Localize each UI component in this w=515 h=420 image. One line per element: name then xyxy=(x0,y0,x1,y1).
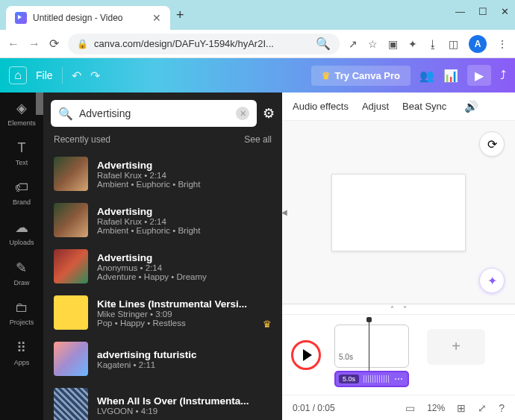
analytics-icon[interactable]: 📊 xyxy=(443,69,458,83)
share-upload-icon[interactable]: ⤴ xyxy=(500,69,506,82)
window-controls: — ☐ ✕ xyxy=(455,6,509,17)
grid-view-icon[interactable]: ⊞ xyxy=(457,402,466,414)
beat-sync-button[interactable]: Beat Sync xyxy=(402,101,446,112)
track-thumbnail xyxy=(54,342,88,376)
track-thumbnail xyxy=(54,203,88,237)
puzzle-icon[interactable]: ✦ xyxy=(408,38,417,50)
track-thumbnail xyxy=(54,249,88,283)
track-item[interactable]: When All Is Over (Instrumenta...LVGOON •… xyxy=(43,382,282,420)
avatar[interactable]: A xyxy=(469,35,487,53)
url-text: canva.com/design/DAFuY-1594k/hyAr2I... xyxy=(94,38,310,49)
audio-panel: 🔍 ✕ ⚙ Recently used See all AdvertisingR… xyxy=(43,93,282,420)
playhead[interactable] xyxy=(369,320,369,372)
filter-icon[interactable]: ⚙ xyxy=(263,105,275,122)
bottom-bar: 0:01 / 0:05 ▭ 12% ⊞ ⤢ ? xyxy=(282,395,515,420)
shapes-icon: ◈ xyxy=(16,100,27,116)
crown-icon: ♛ xyxy=(322,70,331,81)
file-menu[interactable]: File xyxy=(36,69,53,81)
video-slide[interactable] xyxy=(331,174,466,251)
fullscreen-icon[interactable]: ⤢ xyxy=(478,402,487,414)
brand-icon: 🏷 xyxy=(15,180,28,195)
chevron-up-icon[interactable]: ˄ xyxy=(390,305,394,313)
track-item[interactable]: advertising futuristicKagateni • 2:11 xyxy=(43,336,282,382)
extension-icon[interactable]: ▣ xyxy=(388,38,398,50)
see-all-link[interactable]: See all xyxy=(244,134,272,145)
zoom-level[interactable]: 12% xyxy=(427,403,445,413)
rail-text[interactable]: TText xyxy=(16,140,28,166)
refresh-fab[interactable]: ⟳ xyxy=(479,131,505,157)
home-icon[interactable]: ⌂ xyxy=(9,66,27,84)
track-item[interactable]: AdvertisingRafael Krux • 2:14Ambient • E… xyxy=(43,197,282,243)
add-clip-button[interactable]: + xyxy=(427,329,485,365)
timeline-ruler: ˄ ˅ xyxy=(282,304,515,314)
stage[interactable]: ◀ ⟳ ✦ xyxy=(282,121,515,304)
bookmark-icon[interactable]: ☆ xyxy=(368,38,378,50)
timeline-play-button[interactable] xyxy=(291,340,321,370)
menu-icon[interactable]: ⋮ xyxy=(497,38,508,50)
waveform xyxy=(363,375,390,383)
close-window-icon[interactable]: ✕ xyxy=(501,6,509,17)
clip-duration-label: 5.0s xyxy=(339,353,353,361)
pencil-icon: ✎ xyxy=(16,260,27,276)
rail-scrollbar[interactable] xyxy=(36,93,43,115)
present-button[interactable]: ▶ xyxy=(467,65,491,86)
try-canva-pro-button[interactable]: ♛ Try Canva Pro xyxy=(311,66,411,86)
magic-fab[interactable]: ✦ xyxy=(479,268,505,293)
rail-uploads[interactable]: ☁Uploads xyxy=(9,219,34,246)
speaker-icon[interactable]: 🔊 xyxy=(464,100,478,113)
tab-title: Untitled design - Video xyxy=(33,13,146,23)
zoom-icon[interactable]: 🔍 xyxy=(316,37,331,51)
folder-icon: 🗀 xyxy=(15,300,28,316)
stage-expand-handle[interactable]: ◀ xyxy=(281,203,288,222)
text-icon: T xyxy=(17,140,25,156)
audio-clip[interactable]: 5.0s ⋯ xyxy=(334,371,409,387)
share-icon[interactable]: ↗ xyxy=(349,38,358,50)
search-input[interactable] xyxy=(79,107,230,119)
rail-brand[interactable]: 🏷Brand xyxy=(13,180,31,206)
search-box[interactable]: 🔍 ✕ xyxy=(51,100,257,127)
reload-icon[interactable]: ⟳ xyxy=(49,37,59,51)
context-toolbar: Audio effects Adjust Beat Sync 🔊 xyxy=(282,93,515,121)
undo-icon[interactable]: ↶ xyxy=(72,69,81,83)
timeline-clips[interactable]: 5.0s 5.0s ⋯ + xyxy=(330,322,506,389)
rail-apps[interactable]: ⠿Apps xyxy=(14,339,30,366)
tab-close-icon[interactable]: ✕ xyxy=(152,12,161,24)
rail-projects[interactable]: 🗀Projects xyxy=(10,300,34,326)
left-rail: ◈Elements TText 🏷Brand ☁Uploads ✎Draw 🗀P… xyxy=(0,93,43,420)
sidepanel-icon[interactable]: ◫ xyxy=(449,38,458,50)
clear-search-icon[interactable]: ✕ xyxy=(236,107,249,120)
track-thumbnail xyxy=(54,388,88,420)
audio-effects-button[interactable]: Audio effects xyxy=(293,101,349,112)
track-item[interactable]: AdvertisingRafael Krux • 2:14Ambient • E… xyxy=(43,151,282,197)
address-bar[interactable]: 🔒 canva.com/design/DAFuY-1594k/hyAr2I...… xyxy=(68,34,340,54)
new-tab-button[interactable]: + xyxy=(176,7,184,23)
adjust-button[interactable]: Adjust xyxy=(362,101,389,112)
track-item[interactable]: AdvertisingAnonymus • 2:14Adventure • Ha… xyxy=(43,243,282,289)
try-label: Try Canva Pro xyxy=(335,70,400,81)
clip-menu-icon[interactable]: ⋯ xyxy=(394,374,403,384)
collaborators-icon[interactable]: 👥 xyxy=(419,69,434,83)
back-icon[interactable]: ← xyxy=(7,37,19,51)
chevron-down-icon[interactable]: ˅ xyxy=(403,305,407,313)
track-list: AdvertisingRafael Krux • 2:14Ambient • E… xyxy=(43,151,282,420)
redo-icon[interactable]: ↷ xyxy=(90,69,100,83)
timeline: 5.0s 5.0s ⋯ + xyxy=(282,314,515,395)
recently-used-label: Recently used xyxy=(54,134,110,145)
search-icon: 🔍 xyxy=(58,107,73,121)
canva-header: ⌂ File ↶ ↷ ♛ Try Canva Pro 👥 📊 ▶ ⤴ xyxy=(0,58,515,93)
maximize-icon[interactable]: ☐ xyxy=(478,6,487,17)
download-icon[interactable]: ⭳ xyxy=(428,38,438,50)
help-icon[interactable]: ? xyxy=(499,402,505,414)
rail-draw[interactable]: ✎Draw xyxy=(13,260,29,286)
minimize-icon[interactable]: — xyxy=(455,6,465,17)
pages-icon[interactable]: ▭ xyxy=(405,402,415,414)
cloud-upload-icon: ☁ xyxy=(15,219,28,236)
rail-elements[interactable]: ◈Elements xyxy=(7,100,36,127)
track-thumbnail xyxy=(54,157,88,191)
time-display: 0:01 / 0:05 xyxy=(293,403,335,413)
crown-premium-icon: ♛ xyxy=(263,319,272,330)
track-item[interactable]: Kite Lines (Instrumental Versi...Mike St… xyxy=(43,289,282,336)
browser-tab[interactable]: Untitled design - Video ✕ xyxy=(6,6,170,30)
video-clip[interactable] xyxy=(334,325,409,368)
forward-icon[interactable]: → xyxy=(28,37,40,51)
